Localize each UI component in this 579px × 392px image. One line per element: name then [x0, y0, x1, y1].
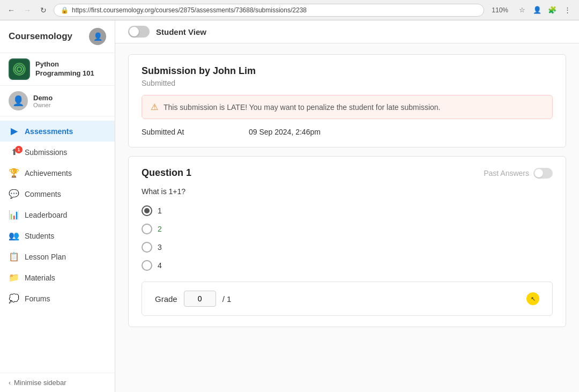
forward-button[interactable]: → — [21, 4, 33, 16]
cursor-indicator: ↖ — [526, 292, 539, 305]
sidebar-logo-area: Coursemology 👤 — [0, 20, 115, 53]
lesson-plan-label: Lesson Plan — [25, 253, 66, 261]
radio-option-3[interactable] — [142, 242, 152, 253]
user-avatar-icon: 👤 — [12, 95, 24, 107]
svg-point-3 — [18, 68, 20, 70]
question-title: Question 1 — [142, 167, 191, 179]
profile-button[interactable]: 👤 — [531, 4, 544, 17]
user-info: Demo Owner — [33, 94, 53, 108]
sidebar-item-materials[interactable]: 📁 Materials — [0, 267, 115, 288]
submission-title: Submission by John Lim — [142, 65, 553, 77]
materials-icon: 📁 — [9, 272, 19, 283]
sidebar: Coursemology 👤 Python Programming 101 — [0, 20, 115, 392]
radio-option-2[interactable] — [142, 224, 152, 234]
browser-chrome: ← → ↻ 🔒 https://first.coursemology.org/c… — [0, 0, 579, 20]
leaderboard-label: Leaderboard — [25, 211, 67, 219]
forums-label: Forums — [25, 294, 50, 303]
option-row-4[interactable]: 4 — [142, 260, 553, 271]
past-answers-label: Past Answers — [484, 169, 529, 177]
course-item[interactable]: Python Programming 101 — [0, 53, 115, 86]
late-warning-text: This submission is LATE! You may want to… — [164, 103, 440, 112]
reload-button[interactable]: ↻ — [38, 4, 49, 16]
sidebar-item-lesson-plan[interactable]: 📋 Lesson Plan — [0, 246, 115, 267]
option-label-3: 3 — [158, 243, 162, 252]
user-avatar: 👤 — [9, 91, 28, 110]
late-warning-banner: ⚠ This submission is LATE! You may want … — [142, 95, 553, 119]
radio-option-4[interactable] — [142, 260, 152, 271]
submission-card: Submission by John Lim Submitted ⚠ This … — [128, 54, 566, 147]
option-row-1[interactable]: 1 — [142, 205, 553, 216]
comments-icon: 💬 — [9, 189, 19, 199]
sidebar-item-students[interactable]: 👥 Students — [0, 225, 115, 246]
user-role: Owner — [33, 102, 53, 108]
leaderboard-icon: 📊 — [9, 210, 19, 220]
address-bar[interactable]: 🔒 https://first.coursemology.org/courses… — [54, 4, 484, 17]
course-icon — [9, 58, 30, 80]
warning-icon: ⚠ — [151, 102, 158, 112]
submitted-at-row: Submitted At 09 Sep 2024, 2:46pm — [142, 128, 553, 136]
option-row-2[interactable]: 2 — [142, 224, 553, 234]
lesson-plan-icon: 📋 — [9, 252, 19, 262]
minimise-sidebar-button[interactable]: ‹ Minimise sidebar — [0, 373, 115, 392]
url-text: https://first.coursemology.org/courses/2… — [72, 6, 477, 14]
content-area: Submission by John Lim Submitted ⚠ This … — [115, 43, 579, 338]
materials-label: Materials — [25, 273, 55, 282]
bookmark-button[interactable]: ☆ — [516, 4, 529, 17]
user-name: Demo — [33, 94, 53, 102]
sidebar-item-achievements[interactable]: 🏆 Achievements — [0, 162, 115, 183]
students-icon: 👥 — [9, 231, 19, 241]
grade-label: Grade — [155, 294, 177, 304]
submitted-at-value: 09 Sep 2024, 2:46pm — [249, 128, 321, 136]
student-view-label: Student View — [156, 27, 206, 36]
submissions-badge: 1 — [15, 146, 23, 153]
past-answers-area: Past Answers — [484, 168, 553, 179]
forums-icon: 💭 — [9, 293, 19, 304]
past-answers-toggle-knob — [535, 169, 543, 177]
toggle-knob — [129, 27, 139, 36]
chevron-left-icon: ‹ — [9, 379, 11, 387]
student-view-bar: Student View — [115, 20, 579, 43]
question-header: Question 1 Past Answers — [142, 167, 553, 179]
radio-inner-1 — [144, 208, 150, 213]
sidebar-item-comments[interactable]: 💬 Comments — [0, 183, 115, 204]
browser-actions: ☆ 👤 🧩 ⋮ — [516, 4, 574, 17]
app-layout: Coursemology 👤 Python Programming 101 — [0, 20, 579, 392]
option-row-3[interactable]: 3 — [142, 242, 553, 253]
security-icon: 🔒 — [61, 6, 69, 14]
extensions-button[interactable]: 🧩 — [546, 4, 559, 17]
achievements-icon: 🏆 — [9, 168, 19, 178]
options-list: 1 2 3 4 — [142, 205, 553, 271]
submitted-at-label: Submitted At — [142, 128, 249, 136]
option-label-4: 4 — [158, 261, 162, 270]
assessments-label: Assessments — [25, 127, 73, 136]
header-avatar[interactable]: 👤 — [89, 28, 106, 45]
nav-menu: ▶ Assessments ⬆ Submissions 1 🏆 Achievem… — [0, 116, 115, 373]
grade-section: Grade / 1 ↖ — [142, 282, 553, 316]
sidebar-item-submissions[interactable]: ⬆ Submissions 1 — [0, 142, 115, 162]
cursor-area: ↖ — [526, 292, 539, 305]
sidebar-item-forums[interactable]: 💭 Forums — [0, 288, 115, 309]
main-content: Student View Submission by John Lim Subm… — [115, 20, 579, 392]
sidebar-item-assessments[interactable]: ▶ Assessments — [0, 121, 115, 142]
radio-option-1[interactable] — [142, 205, 152, 216]
students-label: Students — [25, 232, 54, 240]
submission-status: Submitted — [142, 79, 553, 87]
option-label-1: 1 — [158, 206, 162, 215]
achievements-label: Achievements — [25, 169, 72, 177]
question-card: Question 1 Past Answers What is 1+1? — [128, 156, 566, 327]
grade-total: / 1 — [222, 294, 232, 304]
question-text: What is 1+1? — [142, 187, 553, 196]
back-button[interactable]: ← — [5, 4, 17, 16]
app-logo-text: Coursemology — [9, 31, 72, 42]
zoom-level: 110% — [488, 6, 511, 14]
sidebar-item-leaderboard[interactable]: 📊 Leaderboard — [0, 204, 115, 225]
grade-input[interactable] — [184, 291, 216, 307]
option-label-2: 2 — [158, 225, 162, 233]
assessments-icon: ▶ — [9, 126, 19, 136]
minimise-label: Minimise sidebar — [14, 379, 66, 387]
past-answers-toggle[interactable] — [533, 168, 553, 179]
menu-button[interactable]: ⋮ — [561, 4, 574, 17]
student-view-toggle[interactable] — [128, 26, 150, 38]
user-item[interactable]: 👤 Demo Owner — [0, 86, 115, 116]
course-icon-svg — [10, 60, 29, 79]
